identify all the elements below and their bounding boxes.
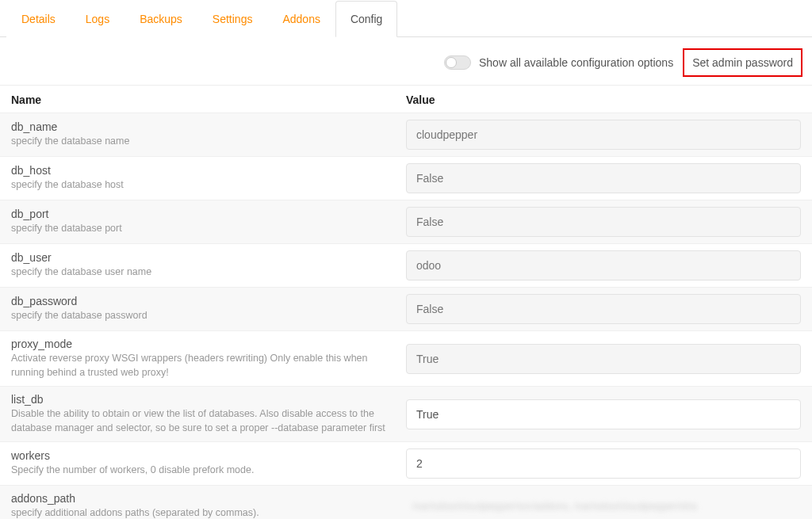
config-key: db_password bbox=[11, 295, 396, 307]
config-value-input[interactable] bbox=[406, 344, 801, 374]
config-desc: Activate reverse proxy WSGI wrappers (he… bbox=[11, 352, 396, 380]
show-all-toggle-wrap: Show all available configuration options bbox=[444, 55, 673, 70]
config-desc: specify the database port bbox=[11, 222, 396, 236]
config-row-addons-path: addons_path specify additional addons pa… bbox=[0, 485, 812, 519]
config-key: list_db bbox=[11, 393, 396, 406]
config-row-db-host: db_host specify the database host bbox=[0, 156, 812, 200]
tab-config[interactable]: Config bbox=[335, 1, 397, 37]
config-desc: specify the database user name bbox=[11, 265, 396, 280]
tab-logs[interactable]: Logs bbox=[71, 1, 124, 37]
options-row: Show all available configuration options… bbox=[0, 37, 812, 85]
show-all-label: Show all available configuration options bbox=[479, 56, 673, 69]
config-value-blurred: /var/odoo/cloudpepper/src/addons, /var/o… bbox=[406, 493, 801, 519]
config-row-list-db: list_db Disable the ability to obtain or… bbox=[0, 386, 812, 441]
config-desc: specify the database name bbox=[11, 135, 396, 149]
config-row-db-port: db_port specify the database port bbox=[0, 200, 812, 243]
config-desc: Disable the ability to obtain or view th… bbox=[11, 407, 396, 435]
config-value-input[interactable] bbox=[406, 250, 801, 280]
config-value-input[interactable] bbox=[406, 120, 801, 150]
show-all-toggle[interactable] bbox=[444, 55, 471, 70]
tab-bar: Details Logs Backups Settings Addons Con… bbox=[0, 0, 812, 37]
config-key: db_name bbox=[11, 120, 396, 133]
toggle-knob bbox=[446, 57, 457, 68]
header-name: Name bbox=[11, 93, 406, 106]
tab-details[interactable]: Details bbox=[6, 1, 71, 37]
config-value-input[interactable] bbox=[406, 163, 801, 193]
config-row-db-user: db_user specify the database user name bbox=[0, 243, 812, 287]
tab-settings[interactable]: Settings bbox=[197, 1, 268, 37]
config-value-input[interactable] bbox=[406, 448, 801, 479]
config-key: db_host bbox=[11, 164, 396, 177]
tab-addons[interactable]: Addons bbox=[267, 1, 335, 37]
config-row-db-name: db_name specify the database name bbox=[0, 113, 812, 156]
config-key: db_user bbox=[11, 251, 396, 264]
header-value: Value bbox=[406, 93, 801, 106]
config-key: proxy_mode bbox=[11, 338, 396, 350]
config-key: addons_path bbox=[11, 492, 396, 505]
config-row-proxy-mode: proxy_mode Activate reverse proxy WSGI w… bbox=[0, 330, 812, 386]
config-row-workers: workers Specify the number of workers, 0… bbox=[0, 441, 812, 485]
config-value-input[interactable] bbox=[406, 399, 801, 429]
config-desc: specify the database host bbox=[11, 178, 396, 193]
config-key: workers bbox=[11, 449, 396, 462]
config-desc: specify the database password bbox=[11, 309, 396, 323]
config-table: Name Value db_name specify the database … bbox=[0, 85, 812, 519]
config-desc: Specify the number of workers, 0 disable… bbox=[11, 464, 396, 478]
config-desc: specify additional addons paths (separat… bbox=[11, 506, 396, 519]
config-row-db-password: db_password specify the database passwor… bbox=[0, 287, 812, 330]
config-key: db_port bbox=[11, 208, 396, 220]
config-value-input[interactable] bbox=[406, 207, 801, 237]
tab-backups[interactable]: Backups bbox=[124, 1, 197, 37]
table-header: Name Value bbox=[0, 86, 812, 113]
config-value-input[interactable] bbox=[406, 294, 801, 324]
set-admin-password-button[interactable]: Set admin password bbox=[683, 48, 802, 77]
